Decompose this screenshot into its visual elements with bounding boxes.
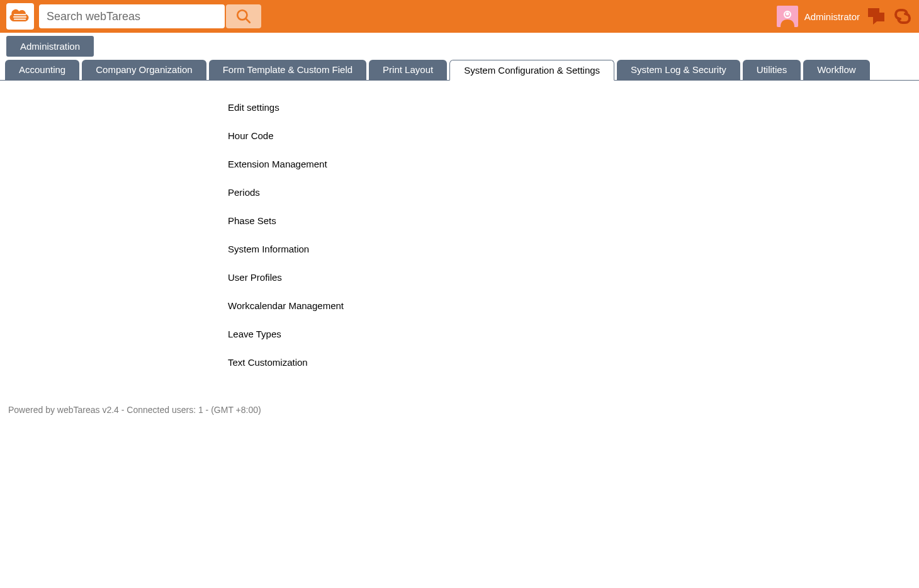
- chat-icon: [866, 6, 886, 26]
- header-right: Administrator: [777, 6, 913, 27]
- search-container: [39, 4, 261, 28]
- header-bar: Administrator: [0, 0, 919, 33]
- tab-company-organization[interactable]: Company Organization: [82, 60, 206, 80]
- search-input[interactable]: [39, 4, 225, 28]
- avatar-icon: [778, 8, 797, 27]
- menu-leave-types[interactable]: Leave Types: [228, 322, 919, 346]
- menu-workcalendar-management[interactable]: Workcalendar Management: [228, 294, 919, 317]
- search-button[interactable]: [226, 4, 261, 28]
- user-name-link[interactable]: Administrator: [804, 11, 860, 22]
- tab-accounting[interactable]: Accounting: [5, 60, 79, 80]
- svg-line-4: [245, 18, 250, 23]
- tab-utilities[interactable]: Utilities: [743, 60, 801, 80]
- avatar[interactable]: [777, 6, 798, 27]
- menu-extension-management[interactable]: Extension Management: [228, 152, 919, 176]
- menu-text-customization[interactable]: Text Customization: [228, 351, 919, 374]
- svg-point-7: [786, 13, 789, 16]
- menu-system-information[interactable]: System Information: [228, 237, 919, 261]
- tab-system-configuration[interactable]: System Configuration & Settings: [449, 60, 614, 81]
- menu-hour-code[interactable]: Hour Code: [228, 124, 919, 147]
- menu-phase-sets[interactable]: Phase Sets: [228, 209, 919, 232]
- tab-form-template[interactable]: Form Template & Custom Field: [209, 60, 366, 80]
- logo[interactable]: [6, 3, 34, 30]
- tab-print-layout[interactable]: Print Layout: [369, 60, 447, 80]
- breadcrumb-bar: Administration: [0, 33, 919, 60]
- menu-user-profiles[interactable]: User Profiles: [228, 266, 919, 289]
- link-icon-button[interactable]: [893, 6, 913, 26]
- search-icon: [235, 8, 252, 25]
- cloud-logo-icon: [9, 8, 31, 25]
- breadcrumb-administration[interactable]: Administration: [6, 36, 94, 57]
- link-icon: [893, 6, 913, 26]
- tab-workflow[interactable]: Workflow: [803, 60, 869, 80]
- tab-system-log[interactable]: System Log & Security: [617, 60, 740, 80]
- menu-periods[interactable]: Periods: [228, 181, 919, 204]
- tabs-bar: Accounting Company Organization Form Tem…: [0, 60, 919, 81]
- content-area: Edit settings Hour Code Extension Manage…: [0, 81, 919, 374]
- menu-edit-settings[interactable]: Edit settings: [228, 96, 919, 119]
- chat-icon-button[interactable]: [866, 6, 886, 26]
- svg-rect-9: [873, 13, 884, 21]
